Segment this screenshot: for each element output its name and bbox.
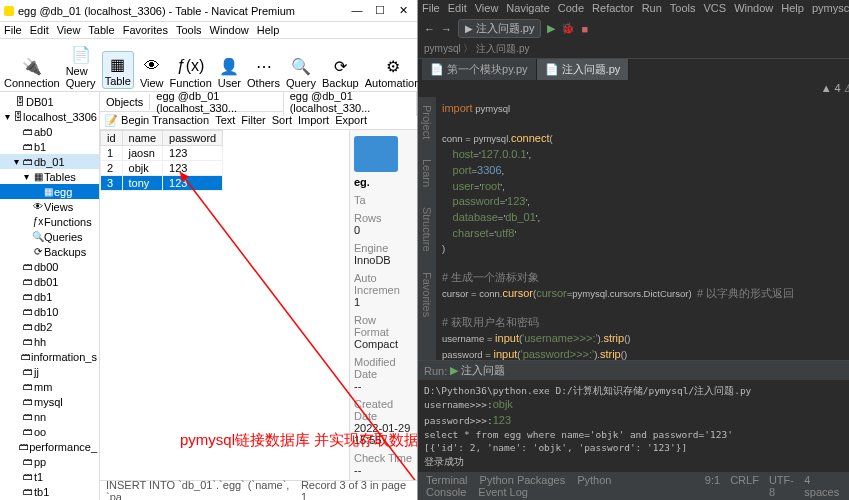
tb-function[interactable]: ƒ(x)Function [170,55,212,89]
tree-mm[interactable]: 🗃mm [0,379,99,394]
tbl-begin-transaction[interactable]: 📝 Begin Transaction [104,114,209,127]
tree-localhost_3306[interactable]: ▾🗄localhost_3306 [0,109,99,124]
tree-ab0[interactable]: 🗃ab0 [0,124,99,139]
tree-pp[interactable]: 🗃pp [0,454,99,469]
max-button[interactable]: ☐ [370,4,390,17]
ide-menu-edit[interactable]: Edit [448,2,467,15]
learn-tool[interactable]: Learn [421,159,433,187]
col-id[interactable]: id [101,131,123,146]
status-item[interactable]: 9:1 [705,474,720,498]
tree-jj[interactable]: 🗃jj [0,364,99,379]
tree-db1[interactable]: 🗃db1 [0,289,99,304]
project-tool[interactable]: Project [421,105,433,139]
debug-button[interactable]: 🐞 [561,22,575,35]
tbl-sort[interactable]: Sort [272,114,292,127]
data-grid[interactable]: idnamepassword1jaosn1232objk1233tony123 [100,130,349,480]
ide-menu-code[interactable]: Code [558,2,584,15]
tree-hh[interactable]: 🗃hh [0,334,99,349]
structure-tool[interactable]: Structure [421,207,433,252]
tb-backup[interactable]: ⟳Backup [322,55,359,89]
ide-menu-file[interactable]: File [422,2,440,15]
tb-table[interactable]: ▦Table [102,51,134,89]
tb-query[interactable]: 🔍Query [286,55,316,89]
tree-Views[interactable]: 👁Views [0,199,99,214]
run-button[interactable]: ▶ [547,22,555,35]
tree-db01[interactable]: 🗃db01 [0,274,99,289]
ide-menu-navigate[interactable]: Navigate [506,2,549,15]
editor-tab[interactable]: 📄 注入问题.py [537,59,630,80]
tb-view[interactable]: 👁View [140,55,164,89]
tree-db2[interactable]: 🗃db2 [0,319,99,334]
tree-Backups[interactable]: ⟳Backups [0,244,99,259]
stop-button[interactable]: ■ [581,23,588,35]
table-row[interactable]: 2objk123 [101,161,223,176]
menu-table[interactable]: Table [88,24,114,36]
tb-others[interactable]: ⋯Others [247,55,280,89]
menu-view[interactable]: View [57,24,81,36]
tb-user[interactable]: 👤User [218,55,241,89]
tree-db_01[interactable]: ▾🗃db_01 [0,154,99,169]
tree-Tables[interactable]: ▾▦Tables [0,169,99,184]
menu-help[interactable]: Help [257,24,280,36]
editor-tab[interactable]: 📄 第一个模块py.py [422,59,537,80]
menu-window[interactable]: Window [210,24,249,36]
menu-file[interactable]: File [4,24,22,36]
tree-b1[interactable]: 🗃b1 [0,139,99,154]
bottom-event-log[interactable]: Event Log [478,486,528,498]
nav-back-icon[interactable]: ← [424,23,435,35]
menu-edit[interactable]: Edit [30,24,49,36]
obj-tab-0[interactable]: Objects [100,94,150,110]
close-button[interactable]: ✕ [393,4,413,17]
col-name[interactable]: name [122,131,163,146]
menu-tools[interactable]: Tools [176,24,202,36]
ide-menu-vcs[interactable]: VCS [704,2,727,15]
table-row[interactable]: 1jaosn123 [101,146,223,161]
status-item[interactable]: 4 spaces [804,474,840,498]
run-config-dropdown[interactable]: ▶ 注入问题.py [458,19,541,38]
table-row[interactable]: 3tony123 [101,176,223,191]
tree-information_s[interactable]: 🗃information_s [0,349,99,364]
tbl-text[interactable]: Text [215,114,235,127]
breadcrumb[interactable]: pymysql 〉 注入问题.py [418,40,849,59]
tree-tb1[interactable]: 🗃tb1 [0,484,99,499]
connection-tree[interactable]: 🗄DB01▾🗄localhost_3306🗃ab0🗃b1▾🗃db_01▾▦Tab… [0,92,100,500]
tree-oo[interactable]: 🗃oo [0,424,99,439]
tree-DB01[interactable]: 🗄DB01 [0,94,99,109]
tree-egg[interactable]: ▦egg [0,184,99,199]
bottom-python-packages[interactable]: Python Packages [480,474,566,486]
ide-menu-view[interactable]: View [475,2,499,15]
tree-db00[interactable]: 🗃db00 [0,259,99,274]
bottom-terminal[interactable]: Terminal [426,474,468,486]
ide-menu-run[interactable]: Run [642,2,662,15]
tb-new-query[interactable]: 📄New Query [66,43,96,89]
status-item[interactable]: CRLF [730,474,759,498]
ide-menu-help[interactable]: Help [781,2,804,15]
tb-connection[interactable]: 🔌Connection [4,55,60,89]
run-header[interactable]: Run: ▶ 注入问题 ⚙ — [418,361,849,380]
tbl-filter[interactable]: Filter [241,114,265,127]
min-button[interactable]: — [347,4,367,16]
ide-menu-tools[interactable]: Tools [670,2,696,15]
tbl-export[interactable]: Export [335,114,367,127]
tree-Queries[interactable]: 🔍Queries [0,229,99,244]
tree-nn[interactable]: 🗃nn [0,409,99,424]
tree-performance_[interactable]: 🗃performance_ [0,439,99,454]
ide-menu-window[interactable]: Window [734,2,773,15]
tree-db10[interactable]: 🗃db10 [0,304,99,319]
menu-favorites[interactable]: Favorites [123,24,168,36]
title-bar: egg @db_01 (localhost_3306) - Table - Na… [0,0,417,22]
favorites-tool[interactable]: Favorites [421,272,433,317]
info-lbl: Row Format [354,314,413,338]
col-password[interactable]: password [163,131,223,146]
tbl-import[interactable]: Import [298,114,329,127]
code-editor[interactable]: import pymysql conn = pymysql.connect( h… [436,97,849,360]
run-output[interactable]: D:\Python36\python.exe D:/计算机知识存储/pymysq… [418,380,849,472]
status-item[interactable]: UTF-8 [769,474,794,498]
tree-t1[interactable]: 🗃t1 [0,469,99,484]
tree-mysql[interactable]: 🗃mysql [0,394,99,409]
tree-Functions[interactable]: ƒxFunctions [0,214,99,229]
nav-fwd-icon[interactable]: → [441,23,452,35]
tb-automation[interactable]: ⚙Automation [365,55,421,89]
inspection-summary[interactable]: ▲ 4 ⚠ 29 ⌃ ⌄ [821,82,849,95]
ide-menu-refactor[interactable]: Refactor [592,2,634,15]
